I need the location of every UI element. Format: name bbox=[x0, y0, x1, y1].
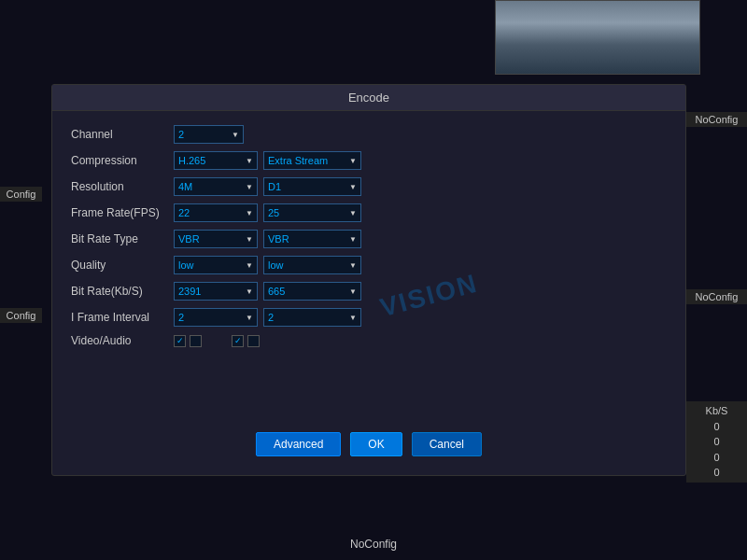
main-video-audio-group bbox=[174, 335, 202, 347]
bit-rate-extra-arrow: ▼ bbox=[349, 287, 357, 296]
bit-rate-type-main-arrow: ▼ bbox=[246, 235, 253, 244]
bit-rate-controls: 2391 ▼ 665 ▼ bbox=[174, 282, 361, 301]
resolution-extra-dropdown[interactable]: D1 ▼ bbox=[263, 177, 361, 196]
compression-extra-arrow: ▼ bbox=[349, 157, 357, 165]
frame-rate-main-dropdown[interactable]: 22 ▼ bbox=[174, 203, 258, 222]
dialog-footer: Advanced OK Cancel bbox=[256, 432, 482, 456]
quality-main-dropdown[interactable]: low ▼ bbox=[174, 256, 258, 274]
frame-rate-extra-dropdown[interactable]: 25 ▼ bbox=[263, 203, 361, 222]
main-video-checkbox[interactable] bbox=[174, 335, 186, 347]
quality-row: Quality low ▼ low ▼ bbox=[71, 256, 667, 274]
resolution-label: Resolution bbox=[71, 180, 174, 193]
i-frame-extra-dropdown[interactable]: 2 ▼ bbox=[263, 308, 361, 327]
frame-rate-main-arrow: ▼ bbox=[246, 209, 253, 217]
extra-audio-checkbox[interactable] bbox=[247, 335, 260, 347]
cancel-button[interactable]: Cancel bbox=[412, 432, 482, 456]
resolution-main-dropdown[interactable]: 4M ▼ bbox=[174, 177, 258, 196]
compression-row: Compression H.265 ▼ Extra Stream ▼ bbox=[71, 151, 667, 170]
compression-label: Compression bbox=[71, 154, 174, 167]
bit-rate-row: Bit Rate(Kb/S) 2391 ▼ 665 ▼ bbox=[71, 282, 667, 301]
bit-rate-label: Bit Rate(Kb/S) bbox=[71, 285, 174, 298]
bit-rate-type-row: Bit Rate Type VBR ▼ VBR ▼ bbox=[71, 230, 667, 248]
frame-rate-controls: 22 ▼ 25 ▼ bbox=[174, 203, 361, 222]
bottom-noconfig-label: NoConfig bbox=[350, 538, 397, 551]
i-frame-row: I Frame Interval 2 ▼ 2 ▼ bbox=[71, 308, 667, 327]
i-frame-controls: 2 ▼ 2 ▼ bbox=[174, 308, 361, 327]
compression-extra-dropdown[interactable]: Extra Stream ▼ bbox=[263, 151, 361, 170]
frame-rate-row: Frame Rate(FPS) 22 ▼ 25 ▼ bbox=[71, 203, 667, 222]
quality-controls: low ▼ low ▼ bbox=[174, 256, 361, 274]
channel-label: Channel bbox=[71, 128, 174, 141]
left-config-label-2: Config bbox=[0, 308, 42, 323]
channel-row: Channel 2 ▼ bbox=[71, 125, 667, 144]
left-config-label-1: Config bbox=[0, 187, 42, 202]
compression-controls: H.265 ▼ Extra Stream ▼ bbox=[174, 151, 361, 170]
camera-thumbnail bbox=[495, 0, 700, 75]
quality-label: Quality bbox=[71, 259, 174, 272]
bit-rate-type-extra-arrow: ▼ bbox=[349, 235, 357, 244]
channel-dropdown[interactable]: 2 ▼ bbox=[174, 125, 244, 144]
quality-main-arrow: ▼ bbox=[246, 261, 253, 270]
channel-controls: 2 ▼ bbox=[174, 125, 244, 144]
i-frame-main-dropdown[interactable]: 2 ▼ bbox=[174, 308, 258, 327]
ok-button[interactable]: OK bbox=[350, 432, 402, 456]
bit-rate-main-arrow: ▼ bbox=[246, 287, 253, 296]
i-frame-main-arrow: ▼ bbox=[246, 314, 253, 322]
channel-dropdown-arrow: ▼ bbox=[232, 131, 239, 139]
quality-extra-arrow: ▼ bbox=[349, 261, 357, 270]
frame-rate-extra-arrow: ▼ bbox=[349, 209, 357, 217]
dialog-title: Encode bbox=[52, 85, 685, 111]
bit-rate-extra-dropdown[interactable]: 665 ▼ bbox=[263, 282, 361, 301]
dialog-body: Channel 2 ▼ Compression H.265 ▼ Extra St… bbox=[52, 111, 685, 369]
bit-rate-type-main-dropdown[interactable]: VBR ▼ bbox=[174, 230, 258, 248]
resolution-controls: 4M ▼ D1 ▼ bbox=[174, 177, 361, 196]
main-audio-checkbox[interactable] bbox=[190, 335, 202, 347]
video-audio-controls bbox=[174, 335, 260, 347]
bit-rate-main-dropdown[interactable]: 2391 ▼ bbox=[174, 282, 258, 301]
frame-rate-label: Frame Rate(FPS) bbox=[71, 206, 174, 219]
bit-rate-type-controls: VBR ▼ VBR ▼ bbox=[174, 230, 361, 248]
video-audio-row: Video/Audio bbox=[71, 334, 667, 347]
compression-main-arrow: ▼ bbox=[246, 157, 253, 165]
compression-main-dropdown[interactable]: H.265 ▼ bbox=[174, 151, 258, 170]
quality-extra-dropdown[interactable]: low ▼ bbox=[263, 256, 361, 274]
extra-video-checkbox[interactable] bbox=[232, 335, 244, 347]
resolution-main-arrow: ▼ bbox=[246, 183, 253, 191]
i-frame-extra-arrow: ▼ bbox=[349, 314, 357, 322]
right-noconfig-label-2: NoConfig bbox=[686, 289, 747, 304]
advanced-button[interactable]: Advanced bbox=[256, 432, 341, 456]
encode-dialog: Encode Channel 2 ▼ Compression H.265 ▼ E… bbox=[51, 84, 686, 476]
bit-rate-type-extra-dropdown[interactable]: VBR ▼ bbox=[263, 230, 361, 248]
video-audio-label: Video/Audio bbox=[71, 334, 174, 347]
i-frame-label: I Frame Interval bbox=[71, 311, 174, 324]
resolution-row: Resolution 4M ▼ D1 ▼ bbox=[71, 177, 667, 196]
right-noconfig-label-1: NoConfig bbox=[686, 112, 747, 127]
bit-rate-type-label: Bit Rate Type bbox=[71, 232, 174, 245]
right-kbs-label: Kb/S 0 0 0 0 bbox=[686, 401, 747, 483]
extra-video-audio-group bbox=[232, 335, 260, 347]
resolution-extra-arrow: ▼ bbox=[349, 183, 357, 191]
